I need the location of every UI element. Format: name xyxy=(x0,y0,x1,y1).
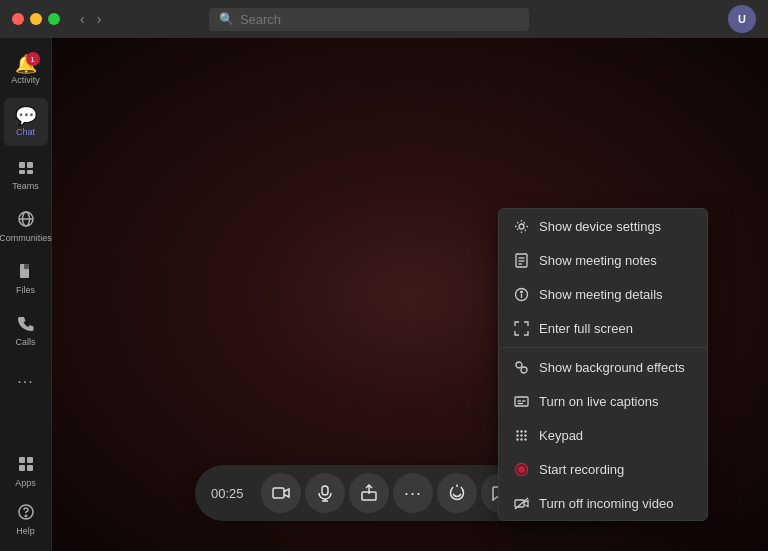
svg-point-36 xyxy=(524,434,526,436)
avatar[interactable]: U xyxy=(728,5,756,33)
svg-point-33 xyxy=(524,430,526,432)
sidebar-item-calls[interactable]: Calls xyxy=(4,306,48,354)
svg-rect-0 xyxy=(19,162,25,168)
teams-icon xyxy=(17,158,35,179)
menu-item-label: Show meeting notes xyxy=(539,253,657,268)
traffic-lights xyxy=(12,13,60,25)
svg-rect-2 xyxy=(19,170,25,174)
sidebar-item-chat[interactable]: 💬 Chat xyxy=(4,98,48,146)
sidebar-item-label: Help xyxy=(16,526,35,536)
svg-point-17 xyxy=(519,224,524,229)
svg-point-41 xyxy=(518,466,525,473)
search-icon: 🔍 xyxy=(219,12,234,26)
search-input[interactable] xyxy=(240,12,519,27)
svg-point-34 xyxy=(516,434,518,436)
minimize-button[interactable] xyxy=(30,13,42,25)
help-icon xyxy=(17,503,35,524)
meeting-details-icon xyxy=(513,286,529,302)
svg-point-38 xyxy=(520,438,522,440)
sidebar-item-label: Apps xyxy=(15,478,36,488)
files-icon xyxy=(17,262,35,283)
sidebar-item-label: Calls xyxy=(15,337,35,347)
close-button[interactable] xyxy=(12,13,24,25)
communities-icon xyxy=(17,210,35,231)
svg-point-24 xyxy=(520,291,522,293)
sidebar-item-label: Teams xyxy=(12,181,39,191)
meeting-notes-icon xyxy=(513,252,529,268)
svg-rect-12 xyxy=(27,457,33,463)
svg-rect-10 xyxy=(22,273,27,275)
svg-rect-45 xyxy=(322,486,328,495)
menu-item-label: Turn on live captions xyxy=(539,394,658,409)
content-area: Show device settings Show meeting notes xyxy=(52,38,768,551)
search-bar[interactable]: 🔍 xyxy=(209,8,529,31)
menu-item-label: Enter full screen xyxy=(539,321,633,336)
more-options-button[interactable]: ··· xyxy=(393,473,433,513)
back-button[interactable]: ‹ xyxy=(76,9,89,29)
menu-item-start-recording[interactable]: Start recording xyxy=(499,452,707,486)
sidebar-item-more[interactable]: ··· xyxy=(4,358,48,406)
svg-rect-11 xyxy=(19,457,25,463)
sidebar-item-files[interactable]: Files xyxy=(4,254,48,302)
svg-rect-27 xyxy=(515,397,528,406)
menu-item-label: Keypad xyxy=(539,428,583,443)
activity-badge: 1 xyxy=(26,52,40,66)
menu-item-label: Show meeting details xyxy=(539,287,663,302)
menu-item-turn-on-live-captions[interactable]: Turn on live captions xyxy=(499,384,707,418)
live-captions-icon xyxy=(513,393,529,409)
recording-icon xyxy=(513,461,529,477)
menu-item-enter-full-screen[interactable]: Enter full screen xyxy=(499,311,707,345)
svg-rect-44 xyxy=(273,488,284,498)
sidebar-item-communities[interactable]: Communities xyxy=(4,202,48,250)
menu-item-label: Show device settings xyxy=(539,219,661,234)
reactions-button[interactable] xyxy=(437,473,477,513)
chat-icon: 💬 xyxy=(15,107,37,125)
context-menu: Show device settings Show meeting notes xyxy=(498,208,708,521)
share-button[interactable] xyxy=(349,473,389,513)
svg-point-35 xyxy=(520,434,522,436)
svg-point-26 xyxy=(521,367,527,373)
sidebar-item-label: Communities xyxy=(0,233,52,243)
full-screen-icon xyxy=(513,320,529,336)
svg-rect-14 xyxy=(27,465,33,471)
menu-item-show-meeting-details[interactable]: Show meeting details xyxy=(499,277,707,311)
svg-point-37 xyxy=(516,438,518,440)
sidebar: 🔔 Activity 1 💬 Chat Teams xyxy=(0,38,52,551)
incoming-video-icon xyxy=(513,495,529,511)
sidebar-bottom: Apps Help xyxy=(4,447,48,543)
sidebar-item-apps[interactable]: Apps xyxy=(4,447,48,495)
title-bar: ‹ › 🔍 U xyxy=(0,0,768,38)
keypad-icon xyxy=(513,427,529,443)
device-settings-icon xyxy=(513,218,529,234)
maximize-button[interactable] xyxy=(48,13,60,25)
calls-icon xyxy=(17,314,35,335)
menu-item-keypad[interactable]: Keypad xyxy=(499,418,707,452)
menu-item-show-device-settings[interactable]: Show device settings xyxy=(499,209,707,243)
sidebar-item-help[interactable]: Help xyxy=(4,495,48,543)
avatar-area: U xyxy=(728,5,756,33)
sidebar-item-label: Files xyxy=(16,285,35,295)
menu-item-show-meeting-notes[interactable]: Show meeting notes xyxy=(499,243,707,277)
svg-rect-3 xyxy=(27,170,33,174)
svg-rect-8 xyxy=(24,264,29,269)
microphone-button[interactable] xyxy=(305,473,345,513)
camera-button[interactable] xyxy=(261,473,301,513)
menu-item-show-background-effects[interactable]: Show background effects xyxy=(499,350,707,384)
svg-rect-1 xyxy=(27,162,33,168)
sidebar-item-label: Chat xyxy=(16,127,35,137)
apps-icon xyxy=(17,455,35,476)
svg-point-31 xyxy=(516,430,518,432)
call-timer: 00:25 xyxy=(211,486,249,501)
sidebar-item-activity[interactable]: 🔔 Activity 1 xyxy=(4,46,48,94)
svg-rect-13 xyxy=(19,465,25,471)
forward-button[interactable]: › xyxy=(93,9,106,29)
menu-divider xyxy=(499,347,707,348)
more-icon: ··· xyxy=(17,374,33,390)
sidebar-item-teams[interactable]: Teams xyxy=(4,150,48,198)
svg-point-25 xyxy=(516,362,522,368)
svg-point-39 xyxy=(524,438,526,440)
background-effects-icon xyxy=(513,359,529,375)
menu-item-label: Start recording xyxy=(539,462,624,477)
svg-rect-9 xyxy=(22,270,27,272)
menu-item-turn-off-incoming-video[interactable]: Turn off incoming video xyxy=(499,486,707,520)
